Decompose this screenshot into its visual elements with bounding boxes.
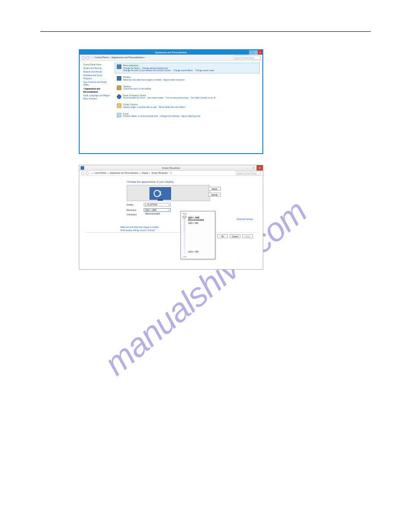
window-body: Control Panel Home System and Security N… xyxy=(80,61,262,153)
resolution-popup[interactable]: High 1920 × 1080 (Recommended) 1600 × 90… xyxy=(180,211,215,259)
slider-track[interactable] xyxy=(184,216,185,253)
divider xyxy=(86,232,257,233)
apply-button[interactable]: Apply xyxy=(242,234,253,238)
resolution-label: Resolution: xyxy=(127,209,141,211)
display-icon xyxy=(117,76,121,81)
address-bar: ↑ ▸ Control Panel ▸ Appearance and Perso… xyxy=(80,55,262,61)
link[interactable]: Use screen reader xyxy=(147,97,164,99)
taskbar-icon xyxy=(117,86,121,90)
identify-button[interactable]: Identify xyxy=(208,193,221,197)
category-taskbar[interactable]: Taskbar Customize icons on the taskbar xyxy=(115,84,260,92)
resolution-option-2[interactable]: 1600 × 900 xyxy=(188,222,198,224)
sidebar-item[interactable]: Hardware and Sound xyxy=(83,74,110,77)
category-display[interactable]: Display Make text and other items larger… xyxy=(115,74,260,82)
sidebar-item-active: Appearance and Personalization xyxy=(83,88,100,93)
titlebar: Appearance and Personalization – ☐ ✕ xyxy=(80,50,262,55)
help-links: Make text and other items larger or smal… xyxy=(120,225,159,232)
category-folder-options[interactable]: Folder Options Specify single- or double… xyxy=(115,102,260,110)
sidebar: Control Panel Home System and Security N… xyxy=(80,61,111,153)
back-icon[interactable] xyxy=(81,56,85,60)
link[interactable]: Change desktop background xyxy=(142,67,168,69)
window-body: Change the appearance of your display 1 … xyxy=(79,176,263,269)
category-personalization[interactable]: Personalization Change the theme Change … xyxy=(115,63,260,73)
appearance-personalization-window: Appearance and Personalization – ☐ ✕ ↑ ▸… xyxy=(79,49,263,154)
link[interactable]: Change screen saver xyxy=(195,69,214,72)
forward-icon[interactable] xyxy=(86,56,90,60)
link[interactable]: Adjust screen resolution xyxy=(163,79,185,81)
folder-options-icon xyxy=(117,103,121,108)
monitor-thumbnail[interactable]: 1 xyxy=(150,187,171,200)
category-ease-of-access[interactable]: Ease of Access Center Accommodate low vi… xyxy=(115,93,260,101)
up-icon[interactable]: ↑ xyxy=(90,56,92,59)
sidebar-item[interactable]: User Accounts and Family Safety xyxy=(83,81,110,86)
link[interactable]: Turn High Contrast on or off xyxy=(190,97,215,99)
link[interactable]: Turn on easy access keys xyxy=(166,97,189,99)
up-icon[interactable]: ↑ xyxy=(90,172,91,174)
forward-icon[interactable] xyxy=(86,172,89,175)
resolution-dropdown[interactable]: 1920 × 1080 (Recommended) xyxy=(144,208,171,212)
dialog-buttons: OK Cancel Apply xyxy=(217,234,253,238)
crumb-control-panel[interactable]: Control Panel xyxy=(95,56,108,59)
sidebar-item[interactable]: Network and Internet xyxy=(83,71,110,73)
sidebar-active-row[interactable]: •Appearance and Personalization xyxy=(83,87,110,94)
refresh-icon[interactable]: ↻ xyxy=(169,171,173,175)
sidebar-item[interactable]: Clock, Language, and Region xyxy=(83,94,110,97)
link[interactable]: Preview, delete, or show and hide fonts xyxy=(123,115,158,117)
close-button[interactable]: ✕ xyxy=(258,50,262,55)
resolution-option-1[interactable]: 1920 × 1080 (Recommended) xyxy=(188,217,215,221)
link[interactable]: Change the theme xyxy=(123,67,140,69)
sidebar-home[interactable]: Control Panel Home xyxy=(83,64,110,66)
window-controls: – ☐ ✕ xyxy=(249,50,262,55)
search-input[interactable]: Search Control Panel xyxy=(236,171,261,175)
link[interactable]: Show hidden files and folders xyxy=(159,106,185,108)
link[interactable]: Make text and other items larger or smal… xyxy=(123,79,162,81)
detect-button[interactable]: Detect xyxy=(208,187,221,191)
minimize-button[interactable]: – xyxy=(249,50,253,55)
resolution-option-3[interactable]: 1024 × 768 xyxy=(188,251,198,253)
link-make-text-larger[interactable]: Make text and other items larger or smal… xyxy=(120,226,159,228)
minimize-button[interactable]: – xyxy=(244,165,250,171)
crumb-control-panel[interactable]: Control Panel xyxy=(94,172,106,174)
ok-button[interactable]: OK xyxy=(217,234,228,238)
sidebar-item[interactable]: System and Security xyxy=(83,67,110,70)
sidebar-item[interactable]: Programs xyxy=(83,77,110,80)
link[interactable]: Accommodate low vision xyxy=(123,97,146,99)
address-bar: ↑ ▸ Control Panel ▸ Appearance and Perso… xyxy=(79,171,263,176)
display-preview: 1 xyxy=(127,185,210,201)
window-title: Screen Resolution xyxy=(162,167,180,169)
crumb-sep: ▸ xyxy=(145,56,146,59)
orientation-label: Orientation: xyxy=(127,214,141,216)
crumb-appearance[interactable]: Appearance and Personalization xyxy=(110,172,139,174)
page-heading: Change the appearance of your display xyxy=(127,180,257,183)
popup-high-label: High xyxy=(183,213,213,215)
popup-low-label: Low xyxy=(183,256,186,258)
slider-thumb[interactable] xyxy=(183,216,186,218)
link[interactable]: Change the color of your taskbar and win… xyxy=(123,69,171,72)
window-icon xyxy=(81,166,84,170)
crumb-display[interactable]: Display xyxy=(142,172,149,174)
preview-buttons: Detect Identify xyxy=(208,187,221,197)
display-dropdown[interactable]: 1. PL2273HD xyxy=(144,203,171,206)
crumb-appearance[interactable]: Appearance and Personalization xyxy=(111,56,144,59)
maximize-button[interactable]: ☐ xyxy=(253,50,258,55)
personalization-icon xyxy=(117,64,121,69)
link-what-settings[interactable]: What display settings should I choose? xyxy=(120,229,159,232)
advanced-settings-link[interactable]: Advanced settings xyxy=(236,218,253,220)
category-fonts[interactable]: Fonts Preview, delete, or show and hide … xyxy=(115,111,260,119)
link[interactable]: Change sound effects xyxy=(173,69,193,72)
close-button[interactable]: ✕ xyxy=(257,165,263,171)
search-input[interactable]: Search Control Panel xyxy=(234,56,261,60)
back-icon[interactable] xyxy=(81,172,85,175)
crumb-screen-resolution[interactable]: Screen Resolution xyxy=(151,172,168,174)
link[interactable]: Adjust ClearType text xyxy=(181,115,201,117)
cancel-button[interactable]: Cancel xyxy=(230,234,240,238)
display-label: Display: xyxy=(127,204,141,206)
content-panel: Personalization Change the theme Change … xyxy=(111,61,262,153)
sidebar-item[interactable]: Ease of Access xyxy=(83,98,110,100)
monitor-stand xyxy=(158,199,163,201)
monitor-number: 1 xyxy=(159,190,162,197)
link[interactable]: Customize icons on the taskbar xyxy=(123,88,151,90)
link[interactable]: Specify single- or double-click to open xyxy=(123,106,157,108)
link[interactable]: Change Font Settings xyxy=(160,115,180,117)
maximize-button[interactable]: ☐ xyxy=(250,165,257,171)
